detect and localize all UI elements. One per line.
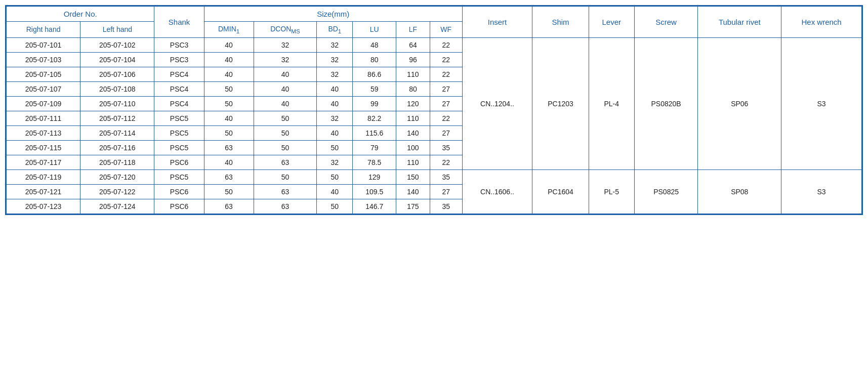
dmin1-cell: 40: [204, 52, 254, 67]
insert-cell: CN..1204..: [462, 37, 532, 169]
lu-cell: 86.6: [353, 67, 396, 81]
lf-cell: 110: [396, 155, 430, 169]
lever-header: Lever: [589, 7, 634, 38]
screw-header: Screw: [634, 7, 698, 38]
shank-cell: PSC5: [154, 140, 204, 155]
wf-cell: 35: [430, 199, 462, 214]
shank-header: Shank: [154, 7, 204, 38]
hex-cell: S3: [781, 169, 862, 214]
dmin1-cell: 50: [204, 125, 254, 140]
bd1-header: BD1: [317, 22, 353, 38]
right-hand-cell: 205-07-111: [7, 111, 80, 125]
table-body: 205-07-101205-07-102PSC3403232486422CN..…: [7, 37, 862, 214]
left-hand-cell: 205-07-104: [80, 52, 154, 67]
dmin1-cell: 40: [204, 155, 254, 169]
right-hand-cell: 205-07-115: [7, 140, 80, 155]
left-hand-cell: 205-07-112: [80, 111, 154, 125]
left-hand-cell: 205-07-122: [80, 184, 154, 199]
dmin1-cell: 63: [204, 140, 254, 155]
dmin1-cell: 63: [204, 169, 254, 184]
screw-cell: PS0825: [634, 169, 698, 214]
bd1-cell: 40: [317, 184, 353, 199]
wf-cell: 27: [430, 184, 462, 199]
dmin1-header: DMIN1: [204, 22, 254, 38]
shank-cell: PSC4: [154, 81, 204, 96]
right-hand-cell: 205-07-123: [7, 199, 80, 214]
bd1-cell: 50: [317, 140, 353, 155]
lf-header: LF: [396, 22, 430, 38]
bd1-cell: 40: [317, 96, 353, 111]
lf-cell: 100: [396, 140, 430, 155]
shank-cell: PSC3: [154, 37, 204, 52]
bd1-cell: 40: [317, 81, 353, 96]
dconms-cell: 50: [254, 125, 317, 140]
right-hand-cell: 205-07-117: [7, 155, 80, 169]
dmin1-cell: 40: [204, 37, 254, 52]
dconms-cell: 32: [254, 37, 317, 52]
wf-cell: 27: [430, 96, 462, 111]
shank-cell: PSC6: [154, 199, 204, 214]
wf-cell: 22: [430, 52, 462, 67]
left-hand-cell: 205-07-118: [80, 155, 154, 169]
tubular-cell: SP08: [698, 169, 781, 214]
right-hand-cell: 205-07-119: [7, 169, 80, 184]
lu-cell: 48: [353, 37, 396, 52]
insert-header: Insert: [462, 7, 532, 38]
shank-cell: PSC6: [154, 155, 204, 169]
left-hand-cell: 205-07-110: [80, 96, 154, 111]
bd1-cell: 32: [317, 67, 353, 81]
lu-cell: 129: [353, 169, 396, 184]
dmin1-cell: 50: [204, 184, 254, 199]
dmin1-cell: 63: [204, 199, 254, 214]
dconms-cell: 40: [254, 67, 317, 81]
shank-cell: PSC5: [154, 125, 204, 140]
right-hand-cell: 205-07-113: [7, 125, 80, 140]
bd1-cell: 50: [317, 199, 353, 214]
shim-header: Shim: [532, 7, 589, 38]
left-hand-cell: 205-07-102: [80, 37, 154, 52]
lf-cell: 110: [396, 67, 430, 81]
left-hand-header: Left hand: [80, 22, 154, 38]
wf-cell: 27: [430, 125, 462, 140]
dconms-cell: 50: [254, 169, 317, 184]
wf-cell: 27: [430, 81, 462, 96]
left-hand-cell: 205-07-116: [80, 140, 154, 155]
right-hand-cell: 205-07-105: [7, 67, 80, 81]
lu-cell: 59: [353, 81, 396, 96]
dconms-cell: 32: [254, 52, 317, 67]
table-row: 205-07-119205-07-120PSC563505012915035CN…: [7, 169, 862, 184]
lu-cell: 115.6: [353, 125, 396, 140]
lf-cell: 64: [396, 37, 430, 52]
wf-cell: 22: [430, 155, 462, 169]
dconms-cell: 50: [254, 140, 317, 155]
right-hand-cell: 205-07-109: [7, 96, 80, 111]
lf-cell: 120: [396, 96, 430, 111]
lu-cell: 78.5: [353, 155, 396, 169]
data-table: Order No. Shank Size(mm) Insert Shim Lev…: [6, 6, 862, 214]
table-row: 205-07-101205-07-102PSC3403232486422CN..…: [7, 37, 862, 52]
wf-cell: 35: [430, 169, 462, 184]
dconms-cell: 40: [254, 96, 317, 111]
dconms-cell: 40: [254, 81, 317, 96]
shim-cell: PC1604: [532, 169, 589, 214]
hex-wrench-header: Hex wrench: [781, 7, 862, 38]
shank-cell: PSC6: [154, 184, 204, 199]
right-hand-cell: 205-07-121: [7, 184, 80, 199]
header-row-1: Order No. Shank Size(mm) Insert Shim Lev…: [7, 7, 862, 22]
dconms-cell: 63: [254, 199, 317, 214]
screw-cell: PS0820B: [634, 37, 698, 169]
dmin1-cell: 50: [204, 81, 254, 96]
shank-cell: PSC4: [154, 96, 204, 111]
wf-cell: 35: [430, 140, 462, 155]
lever-cell: PL-4: [589, 37, 634, 169]
left-hand-cell: 205-07-120: [80, 169, 154, 184]
tubular-rivet-header: Tubular rivet: [698, 7, 781, 38]
bd1-cell: 32: [317, 155, 353, 169]
lf-cell: 150: [396, 169, 430, 184]
lu-cell: 109.5: [353, 184, 396, 199]
lf-cell: 80: [396, 81, 430, 96]
order-no-header: Order No.: [7, 7, 154, 22]
lf-cell: 110: [396, 111, 430, 125]
shank-cell: PSC5: [154, 111, 204, 125]
shim-cell: PC1203: [532, 37, 589, 169]
